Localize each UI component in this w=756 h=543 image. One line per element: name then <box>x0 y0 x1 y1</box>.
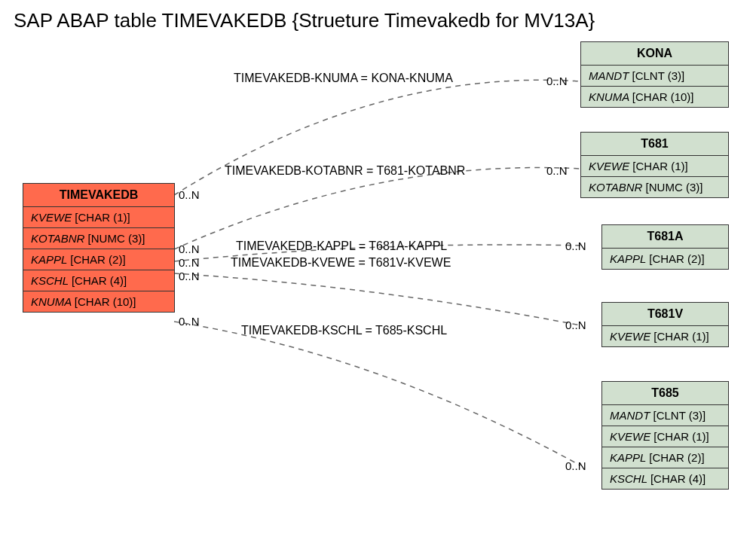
entity-t685: T685 MANDT [CLNT (3)] KVEWE [CHAR (1)] K… <box>601 381 729 490</box>
cardinality: 0..N <box>179 315 200 328</box>
entity-field: KVEWE [CHAR (1)] <box>602 326 728 346</box>
cardinality: 0..N <box>179 188 200 201</box>
relation-label: TIMEVAKEDB-KNUMA = KONA-KNUMA <box>234 72 453 85</box>
entity-field: KAPPL [CHAR (2)] <box>602 447 728 468</box>
entity-t681a: T681A KAPPL [CHAR (2)] <box>601 224 729 270</box>
entity-field: KNUMA [CHAR (10)] <box>23 291 174 312</box>
entity-field: MANDT [CLNT (3)] <box>602 405 728 426</box>
relation-label: TIMEVAKEDB-KSCHL = T685-KSCHL <box>241 324 447 337</box>
entity-header: TIMEVAKEDB <box>23 184 174 207</box>
relation-label: TIMEVAKEDB-KOTABNR = T681-KOTABNR <box>225 164 465 178</box>
entity-header: KONA <box>581 42 728 66</box>
entity-header: T681 <box>581 133 728 156</box>
diagram-title: SAP ABAP table TIMEVAKEDB {Strueture Tim… <box>14 9 595 32</box>
entity-field: MANDT [CLNT (3)] <box>581 66 728 87</box>
entity-t681: T681 KVEWE [CHAR (1)] KOTABNR [NUMC (3)] <box>580 132 729 198</box>
entity-field: KVEWE [CHAR (1)] <box>23 207 174 228</box>
cardinality: 0..N <box>179 243 200 255</box>
entity-field: KAPPL [CHAR (2)] <box>602 249 728 269</box>
cardinality: 0..N <box>546 164 568 177</box>
entity-header: T685 <box>602 382 728 405</box>
entity-field: KAPPL [CHAR (2)] <box>23 249 174 270</box>
cardinality: 0..N <box>565 319 586 331</box>
relation-label: TIMEVAKEDB-KVEWE = T681V-KVEWE <box>231 256 451 270</box>
entity-field: KOTABNR [NUMC (3)] <box>581 177 728 197</box>
entity-kona: KONA MANDT [CLNT (3)] KNUMA [CHAR (10)] <box>580 41 729 108</box>
entity-field: KNUMA [CHAR (10)] <box>581 87 728 107</box>
entity-header: T681V <box>602 303 728 326</box>
cardinality: 0..N <box>565 239 586 252</box>
entity-field: KOTABNR [NUMC (3)] <box>23 228 174 249</box>
entity-header: T681A <box>602 225 728 249</box>
entity-timevakedb: TIMEVAKEDB KVEWE [CHAR (1)] KOTABNR [NUM… <box>23 183 175 313</box>
cardinality: 0..N <box>179 256 200 269</box>
cardinality: 0..N <box>546 75 568 87</box>
entity-field: KVEWE [CHAR (1)] <box>581 156 728 177</box>
relation-label: TIMEVAKEDB-KAPPL = T681A-KAPPL <box>236 239 447 253</box>
cardinality: 0..N <box>179 270 200 282</box>
cardinality: 0..N <box>565 459 586 472</box>
entity-field: KSCHL [CHAR (4)] <box>602 468 728 489</box>
entity-field: KSCHL [CHAR (4)] <box>23 270 174 291</box>
entity-t681v: T681V KVEWE [CHAR (1)] <box>601 302 729 347</box>
entity-field: KVEWE [CHAR (1)] <box>602 426 728 447</box>
